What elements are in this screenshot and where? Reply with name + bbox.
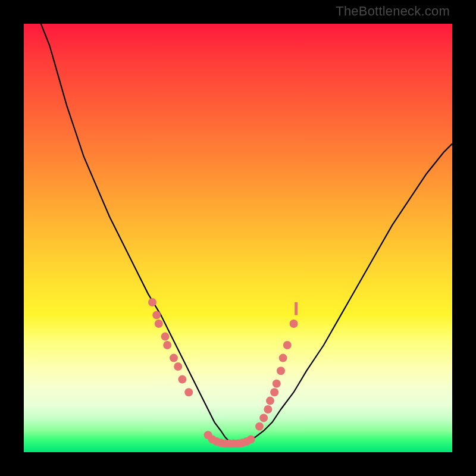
data-point [277,367,285,375]
data-point [163,341,171,349]
data-point [184,388,193,396]
data-point [174,362,182,371]
data-point [290,320,298,328]
data-point [264,405,272,414]
chart-svg [24,24,452,452]
data-point [247,435,255,443]
data-point [259,414,268,422]
bottleneck-curve [41,24,452,444]
data-point [270,388,278,396]
data-point [155,320,163,328]
data-point [148,298,156,306]
data-point [152,311,161,320]
plot-area [24,24,452,452]
data-point [266,397,274,405]
data-point [161,333,170,341]
data-point [273,380,281,388]
chart-frame: TheBottleneck.com [0,0,476,476]
annotations-group [295,302,298,315]
data-points-group [148,298,298,448]
watermark-text: TheBottleneck.com [336,4,450,19]
tick-annotation [295,302,298,315]
data-point [170,354,178,362]
data-point [283,341,292,349]
data-point [255,422,264,431]
data-point [279,354,287,362]
data-point [178,375,186,384]
